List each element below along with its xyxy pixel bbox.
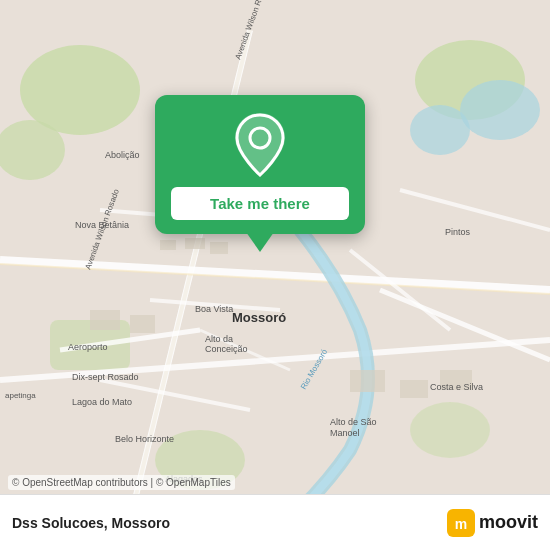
- svg-text:Lagoa do Mato: Lagoa do Mato: [72, 397, 132, 407]
- svg-rect-26: [210, 242, 228, 254]
- svg-text:Alto de São: Alto de São: [330, 417, 377, 427]
- moovit-logo: m moovit: [447, 509, 538, 537]
- location-icon-wrap: [228, 113, 292, 177]
- svg-text:Belo Horizonte: Belo Horizonte: [115, 434, 174, 444]
- svg-text:Alto da: Alto da: [205, 334, 233, 344]
- moovit-text: moovit: [479, 512, 538, 533]
- place-name: Dss Solucoes, Mossoro: [12, 515, 170, 531]
- svg-text:Abolição: Abolição: [105, 150, 140, 160]
- moovit-icon: m: [447, 509, 475, 537]
- svg-text:Manoel: Manoel: [330, 428, 360, 438]
- map-attribution: © OpenStreetMap contributors | © OpenMap…: [8, 475, 235, 490]
- svg-text:Pintos: Pintos: [445, 227, 471, 237]
- svg-text:Boa Vista: Boa Vista: [195, 304, 233, 314]
- take-me-there-button[interactable]: Take me there: [171, 187, 349, 220]
- svg-text:Aeroporto: Aeroporto: [68, 342, 108, 352]
- svg-text:Conceição: Conceição: [205, 344, 248, 354]
- svg-point-5: [460, 80, 540, 140]
- svg-text:apetinga: apetinga: [5, 391, 36, 400]
- map-container: Abolição Nova Betânia Aeroporto Dix-sept…: [0, 0, 550, 550]
- svg-text:Costa e Silva: Costa e Silva: [430, 382, 483, 392]
- location-pin-icon: [230, 111, 290, 179]
- svg-point-8: [410, 402, 490, 458]
- svg-rect-27: [90, 310, 120, 330]
- bottom-bar: Dss Solucoes, Mossoro m moovit: [0, 494, 550, 550]
- location-popup: Take me there: [155, 95, 365, 234]
- svg-text:Dix-sept Rosado: Dix-sept Rosado: [72, 372, 139, 382]
- svg-rect-24: [160, 240, 176, 250]
- svg-rect-30: [400, 380, 428, 398]
- map-background: Abolição Nova Betânia Aeroporto Dix-sept…: [0, 0, 550, 550]
- svg-rect-28: [130, 315, 155, 333]
- svg-rect-29: [350, 370, 385, 392]
- svg-text:m: m: [455, 516, 467, 532]
- svg-rect-25: [185, 238, 205, 249]
- svg-text:Mossoró: Mossoró: [232, 310, 286, 325]
